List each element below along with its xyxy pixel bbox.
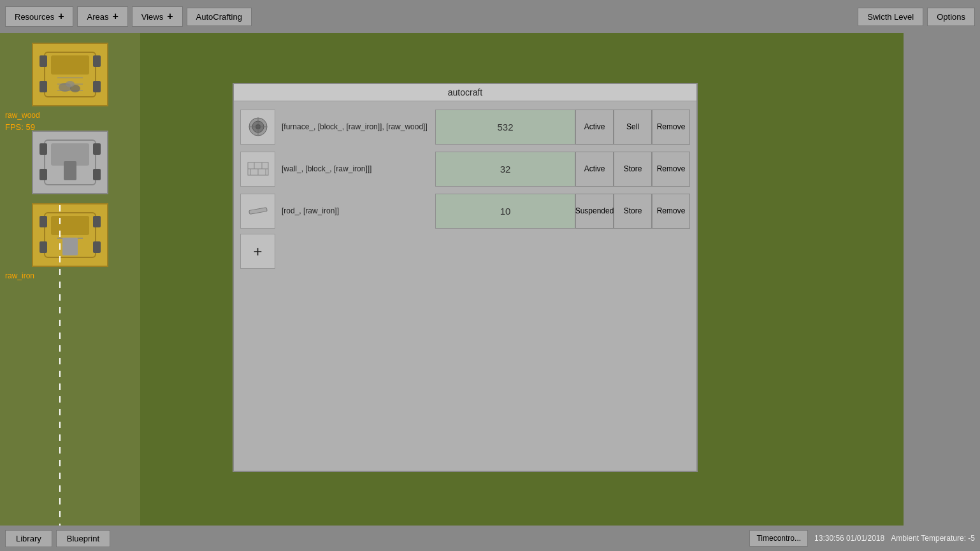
wall-action3-label: Remove: [657, 164, 686, 173]
bottom-right: Timecontro... 13:30:56 01/01/2018 Ambien…: [749, 530, 975, 547]
furnace-remove-button[interactable]: Remove: [652, 110, 690, 145]
svg-rect-14: [40, 143, 47, 155]
right-panel: [904, 33, 980, 526]
rod-icon: [240, 194, 275, 229]
svg-rect-2: [40, 55, 47, 67]
svg-rect-20: [51, 216, 89, 235]
svg-rect-1: [51, 55, 89, 75]
rod-remove-button[interactable]: Remove: [652, 194, 690, 229]
rod-status-label: Suspended: [575, 206, 614, 215]
left-sidebar: raw_wood FPS: 59: [0, 33, 140, 526]
wall-remove-button[interactable]: Remove: [652, 152, 690, 187]
raw-iron-label: raw_iron: [0, 270, 140, 282]
furnace-active-button[interactable]: Active: [575, 110, 614, 145]
blueprint-button[interactable]: Blueprint: [56, 530, 110, 547]
raw-wood-label: raw_wood: [0, 110, 140, 121]
svg-rect-18: [64, 161, 76, 180]
views-label: Views: [141, 12, 163, 22]
furnace-recipe-label: [furnace_, [block_, [raw_iron]], [raw_wo…: [282, 122, 428, 131]
modal-body: [furnace_, [block_, [raw_iron]], [raw_wo…: [234, 101, 696, 471]
wall-status-label: Active: [584, 164, 605, 173]
svg-rect-21: [40, 216, 47, 227]
svg-rect-16: [40, 169, 47, 180]
vehicle-1-icon: [38, 49, 102, 100]
timecontrol-label: Timecontro...: [756, 534, 801, 543]
wall-active-button[interactable]: Active: [575, 152, 614, 187]
craft-row-furnace: [furnace_, [block_, [raw_iron]], [raw_wo…: [240, 108, 690, 146]
rod-count: 10: [435, 194, 575, 229]
furnace-action3-label: Remove: [657, 122, 686, 131]
bottombar: Library Blueprint Timecontro... 13:30:56…: [0, 526, 980, 551]
furnace-actions: Active Sell Remove: [575, 110, 690, 145]
switch-level-button[interactable]: Swicth Level: [858, 8, 923, 26]
options-button[interactable]: Options: [927, 8, 975, 26]
rod-actions: Suspended Store Remove: [575, 194, 690, 229]
library-label: Library: [16, 534, 41, 543]
options-label: Options: [937, 12, 965, 22]
areas-plus-icon: +: [112, 11, 118, 22]
library-button[interactable]: Library: [5, 530, 52, 547]
svg-rect-3: [93, 55, 101, 67]
resources-label: Resources: [15, 12, 54, 22]
furnace-icon: [240, 110, 275, 145]
vehicle-1: [32, 43, 108, 106]
svg-rect-40: [249, 208, 267, 215]
furnace-action2-label: Sell: [626, 122, 639, 131]
modal-titlebar: autocraft: [234, 84, 696, 101]
dashed-divider: [59, 205, 61, 526]
wall-action2-label: Store: [624, 164, 642, 173]
svg-rect-15: [93, 143, 101, 155]
svg-rect-17: [93, 169, 101, 180]
topbar: Resources + Areas + Views + AutoCrafting…: [0, 0, 980, 33]
craft-row-rod: [rod_, [raw_iron]] 10 Suspended Store Re…: [240, 192, 690, 230]
autocrafting-button[interactable]: AutoCrafting: [187, 8, 252, 26]
wall-label: [wall_, [block_, [raw_iron]]]: [275, 164, 435, 173]
rod-label: [rod_, [raw_iron]]: [275, 206, 435, 215]
wall-recipe-label: [wall_, [block_, [raw_iron]]]: [282, 164, 371, 173]
add-craft-button[interactable]: +: [240, 234, 275, 269]
views-button[interactable]: Views +: [132, 6, 183, 27]
furnace-svg: [247, 115, 270, 138]
temperature-label: Ambient Temperature: -5: [891, 534, 975, 543]
wall-count: 32: [435, 152, 575, 187]
add-label: +: [253, 243, 262, 261]
wall-actions: Active Store Remove: [575, 152, 690, 187]
vehicle-3-icon: [38, 210, 102, 261]
svg-rect-23: [40, 241, 47, 253]
wall-icon: [240, 152, 275, 187]
areas-label: Areas: [87, 12, 108, 22]
craft-row-wall: [wall_, [block_, [raw_iron]]] 32 Active …: [240, 150, 690, 188]
resources-button[interactable]: Resources +: [5, 6, 73, 27]
furnace-sell-button[interactable]: Sell: [614, 110, 652, 145]
svg-rect-4: [40, 81, 47, 92]
areas-button[interactable]: Areas +: [77, 6, 127, 27]
wall-svg: [247, 157, 270, 180]
vehicle-3: [32, 203, 108, 267]
rod-action3-label: Remove: [657, 206, 686, 215]
wall-store-button[interactable]: Store: [614, 152, 652, 187]
vehicle-2: [32, 131, 108, 194]
svg-rect-25: [62, 238, 78, 255]
views-plus-icon: +: [167, 11, 173, 22]
furnace-count-value: 532: [497, 122, 513, 132]
autocrafting-label: AutoCrafting: [196, 12, 242, 22]
furnace-status-label: Active: [584, 122, 605, 131]
rod-count-value: 10: [500, 206, 511, 217]
rod-recipe-label: [rod_, [raw_iron]]: [282, 206, 339, 215]
wall-count-value: 32: [500, 164, 511, 175]
topbar-right-group: Swicth Level Options: [858, 8, 975, 26]
blueprint-label: Blueprint: [67, 534, 99, 543]
rod-store-button[interactable]: Store: [614, 194, 652, 229]
svg-rect-22: [93, 216, 101, 227]
resources-plus-icon: +: [58, 11, 64, 22]
autocraft-modal: autocraft [furnace_, [block_, [raw_iron]…: [233, 83, 698, 472]
furnace-label: [furnace_, [block_, [raw_iron]], [raw_wo…: [275, 122, 435, 131]
rod-suspended-button[interactable]: Suspended: [575, 194, 614, 229]
modal-title: autocraft: [448, 87, 482, 97]
switch-level-label: Swicth Level: [867, 12, 914, 22]
furnace-count: 532: [435, 110, 575, 145]
rod-svg: [247, 199, 270, 222]
timecontrol-button[interactable]: Timecontro...: [749, 530, 808, 547]
svg-rect-24: [93, 241, 101, 253]
svg-point-11: [66, 81, 75, 87]
